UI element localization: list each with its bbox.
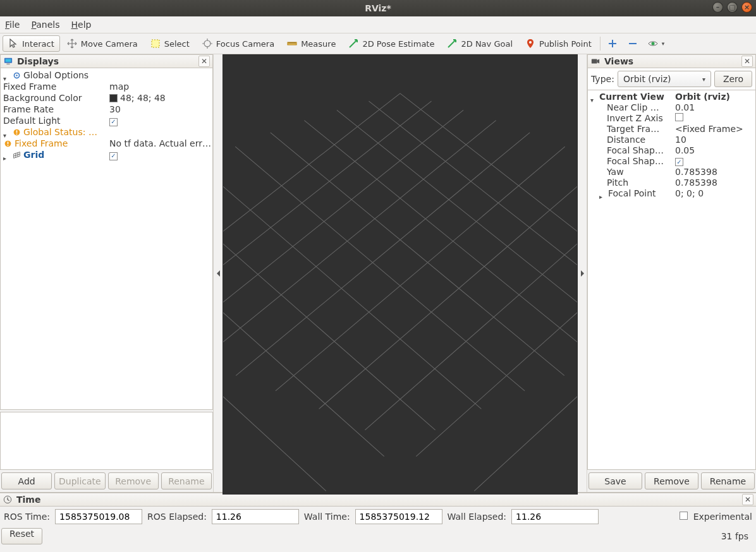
clock-icon <box>3 495 13 505</box>
displays-tree[interactable]: Global Options Fixed Framemap Background… <box>0 68 213 410</box>
svg-line-20 <box>236 133 530 376</box>
arrow-green-icon <box>348 39 358 49</box>
tool-move-camera[interactable]: Move Camera <box>61 35 143 52</box>
tool-publish-point[interactable]: Publish Point <box>520 35 597 52</box>
svg-line-23 <box>365 184 577 430</box>
svg-line-36 <box>223 241 326 491</box>
menubar: File Panels Help <box>0 16 756 33</box>
experimental-label: Experimental <box>693 512 752 522</box>
views-close-button[interactable]: ✕ <box>741 56 753 67</box>
save-view-button[interactable]: Save <box>588 472 642 489</box>
checkbox[interactable] <box>109 118 118 126</box>
tool-focus-camera[interactable]: Focus Camera <box>197 35 280 52</box>
wall-time-label: Wall Time: <box>304 512 350 522</box>
svg-line-29 <box>337 110 577 351</box>
menu-help[interactable]: Help <box>71 20 92 30</box>
svg-line-18 <box>223 110 463 351</box>
displays-close-button[interactable]: ✕ <box>198 56 210 67</box>
wall-time-field[interactable] <box>355 509 442 524</box>
menu-panels[interactable]: Panels <box>31 20 59 30</box>
menu-file[interactable]: File <box>5 20 20 30</box>
tool-2d-nav-goal[interactable]: 2D Nav Goal <box>441 35 518 52</box>
svg-line-25 <box>474 241 577 491</box>
svg-line-27 <box>400 93 577 331</box>
type-label: Type: <box>591 74 614 84</box>
svg-point-4 <box>651 42 654 45</box>
cursor-icon <box>8 39 18 49</box>
minus-icon <box>628 39 638 49</box>
ruler-icon <box>287 39 297 49</box>
window-title: RViz* <box>365 3 391 13</box>
svg-line-19 <box>223 121 496 363</box>
checkbox[interactable] <box>675 158 683 166</box>
checkbox[interactable] <box>675 113 683 121</box>
svg-line-30 <box>304 121 577 363</box>
svg-line-28 <box>369 101 577 340</box>
svg-line-26 <box>542 279 577 494</box>
time-close-button[interactable]: ✕ <box>742 494 753 505</box>
monitor-icon <box>3 56 13 66</box>
tool-2d-pose-estimate[interactable]: 2D Pose Estimate <box>343 35 440 52</box>
ros-elapsed-label: ROS Elapsed: <box>147 512 207 522</box>
ros-elapsed-field[interactable] <box>212 509 299 524</box>
add-button[interactable]: Add <box>1 472 52 489</box>
splitter-left[interactable] <box>214 54 223 492</box>
duplicate-button[interactable]: Duplicate <box>54 472 105 489</box>
window-maximize-button[interactable]: ▢ <box>727 2 738 13</box>
warning-icon <box>3 139 12 148</box>
move-icon <box>67 39 77 49</box>
select-icon <box>150 39 161 49</box>
svg-rect-15 <box>7 145 8 146</box>
type-combo[interactable]: Orbit (rviz) <box>618 71 711 87</box>
rename-button[interactable]: Rename <box>161 472 212 489</box>
pin-icon <box>525 39 535 49</box>
zero-button[interactable]: Zero <box>714 71 752 87</box>
toolbar: Interact Move Camera Select Focus Camera… <box>0 33 756 54</box>
grid-icon <box>12 150 21 159</box>
tool-plus[interactable] <box>603 37 622 51</box>
camera-icon <box>590 56 601 66</box>
svg-line-31 <box>271 133 564 376</box>
toolbar-separator <box>600 37 601 51</box>
svg-line-34 <box>223 184 436 430</box>
svg-line-16 <box>223 93 400 331</box>
svg-rect-0 <box>152 40 159 47</box>
rename-view-button[interactable]: Rename <box>701 472 755 489</box>
ros-time-field[interactable] <box>55 509 142 524</box>
experimental-checkbox[interactable] <box>680 512 688 520</box>
svg-line-24 <box>416 210 577 457</box>
ros-time-label: ROS Time: <box>4 512 50 522</box>
svg-point-3 <box>529 41 532 44</box>
window-minimize-button[interactable]: – <box>712 2 723 13</box>
color-swatch <box>109 94 118 102</box>
checkbox[interactable] <box>109 152 118 160</box>
gear-icon <box>12 71 21 80</box>
tool-select[interactable]: Select <box>145 35 195 52</box>
tool-measure[interactable]: Measure <box>281 35 341 52</box>
svg-rect-6 <box>6 59 11 62</box>
views-tree[interactable]: Current ViewOrbit (rviz) Near Clip …0.01… <box>588 90 755 469</box>
displays-description <box>0 412 213 470</box>
chevron-down-icon: ▾ <box>662 40 665 47</box>
svg-rect-38 <box>592 59 597 64</box>
3d-viewport[interactable] <box>223 54 578 495</box>
time-panel: Time ✕ ROS Time: ROS Elapsed: Wall Time:… <box>0 492 756 547</box>
svg-rect-7 <box>6 64 9 65</box>
svg-rect-14 <box>7 141 8 144</box>
splitter-right[interactable] <box>578 54 587 492</box>
tool-interact[interactable]: Interact <box>3 35 60 52</box>
tool-minus[interactable] <box>623 37 642 51</box>
svg-rect-11 <box>16 130 17 133</box>
views-header[interactable]: Views ✕ <box>587 54 756 68</box>
arrow-green-icon <box>447 39 457 49</box>
reset-button[interactable]: Reset <box>1 528 42 544</box>
remove-button[interactable]: Remove <box>108 472 159 489</box>
wall-elapsed-label: Wall Elapsed: <box>448 512 506 522</box>
tool-eye-dropdown[interactable]: ▾ <box>643 37 669 51</box>
svg-point-9 <box>16 75 17 76</box>
window-close-button[interactable]: × <box>741 2 752 13</box>
displays-panel: Displays ✕ Global Options Fixed Framemap… <box>0 54 214 492</box>
wall-elapsed-field[interactable] <box>511 509 599 524</box>
remove-view-button[interactable]: Remove <box>645 472 698 489</box>
displays-header[interactable]: Displays ✕ <box>0 54 213 68</box>
